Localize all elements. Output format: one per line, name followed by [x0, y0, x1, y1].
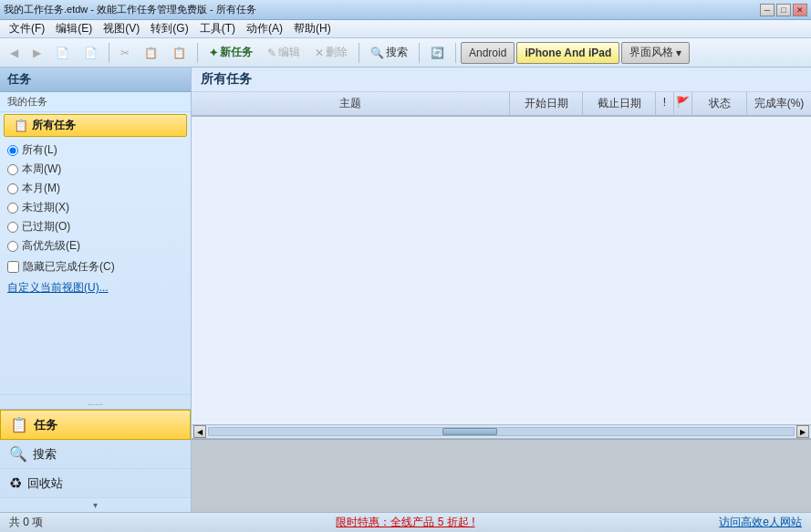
col-flag-header: 🚩	[674, 92, 692, 115]
refresh-button[interactable]: 🔄	[424, 42, 451, 64]
sidebar-radio-week[interactable]: 本周(W)	[7, 162, 183, 177]
forward-button[interactable]: ▶	[26, 42, 47, 64]
style-tab[interactable]: 界面风格 ▾	[621, 42, 690, 64]
radio-all-label: 所有(L)	[22, 142, 57, 158]
radio-notoverdue-input[interactable]	[7, 203, 18, 214]
status-website-link[interactable]: 访问高效e人网站	[604, 515, 802, 530]
sidebar-spacer	[0, 299, 191, 394]
close-button[interactable]: ✕	[793, 4, 807, 16]
delete-label: 删除	[326, 45, 348, 60]
sidebar-radio-all[interactable]: 所有(L)	[7, 142, 183, 158]
toolbar-separator-2	[197, 43, 198, 63]
radio-month-input[interactable]	[7, 183, 18, 194]
toolbar-separator-5	[455, 43, 456, 63]
tasks-nav-icon: 📋	[10, 416, 28, 433]
paste-icon: 📋	[172, 47, 186, 59]
style-label: 界面风格	[629, 45, 673, 60]
radio-overdue-label: 已过期(O)	[22, 219, 70, 235]
radio-week-input[interactable]	[7, 164, 18, 175]
radio-month-label: 本月(M)	[22, 181, 60, 196]
back-icon: ◀	[10, 47, 18, 59]
sidebar-nav-tasks[interactable]: 📋 任务	[0, 410, 191, 440]
iphone-tab[interactable]: iPhone And iPad	[516, 42, 619, 64]
table-header: 主题 开始日期 截止日期 ! 🚩 状态 完成率(%)	[192, 92, 811, 117]
status-promo[interactable]: 限时特惠：全线产品 5 折起 !	[207, 515, 604, 530]
menu-goto[interactable]: 转到(G)	[145, 20, 193, 37]
radio-overdue-input[interactable]	[7, 222, 18, 233]
paste-button[interactable]: 📋	[166, 42, 192, 64]
toolbar-separator-1	[109, 43, 109, 63]
edit-icon: ✎	[267, 47, 276, 59]
all-tasks-icon: 📋	[14, 119, 28, 132]
col-complete-header: 完成率(%)	[747, 92, 811, 115]
search-nav-label: 搜索	[33, 446, 57, 463]
title-bar-text: 我的工作任务.etdw - 效能工作任务管理免费版 - 所有任务	[4, 3, 760, 16]
toolbar-separator-3	[359, 43, 359, 63]
new-task-label: 新任务	[220, 45, 253, 60]
status-promo-link[interactable]: 限时特惠：全线产品 5 折起 !	[336, 516, 474, 528]
cut-button[interactable]: ✂	[114, 42, 136, 64]
status-count: 共 0 项	[9, 515, 207, 530]
menu-actions[interactable]: 动作(A)	[241, 20, 288, 37]
sidebar-radio-not-overdue[interactable]: 未过期(X)	[7, 200, 183, 215]
search-label: 搜索	[386, 45, 408, 60]
radio-highpriority-input[interactable]	[7, 241, 18, 252]
search-button[interactable]: 🔍 搜索	[364, 42, 414, 64]
refresh-icon: 🔄	[431, 47, 444, 59]
edit-button[interactable]: ✎ 编辑	[261, 42, 307, 64]
sidebar-nav-arrow[interactable]: ▾	[0, 498, 191, 512]
sidebar-my-tasks-label: 我的任务	[0, 92, 191, 112]
sidebar-radio-overdue[interactable]: 已过期(O)	[7, 219, 183, 235]
sidebar-radio-high-priority[interactable]: 高优先级(E)	[7, 238, 183, 254]
toolbar-icon-btn1[interactable]: 📄	[49, 42, 76, 64]
toolbar-icon-btn2[interactable]: 📄	[78, 42, 104, 64]
forward-icon: ▶	[33, 47, 41, 59]
sidebar-radio-group: 所有(L) 本周(W) 本月(M) 未过期(X) 已过期(O) 高优先级(E)	[0, 139, 191, 257]
status-bar: 共 0 项 限时特惠：全线产品 5 折起 ! 访问高效e人网站	[0, 512, 811, 532]
content-area: 所有任务 主题 开始日期 截止日期 ! 🚩 状态 完成率(%) ◀ ▶	[192, 68, 811, 512]
sidebar-radio-month[interactable]: 本月(M)	[7, 181, 183, 196]
menu-bar: 文件(F) 编辑(E) 视图(V) 转到(G) 工具(T) 动作(A) 帮助(H…	[0, 20, 811, 38]
delete-button[interactable]: ✕ 删除	[308, 42, 354, 64]
minimize-button[interactable]: ─	[760, 4, 775, 16]
sidebar-hide-completed[interactable]: 隐藏已完成任务(C)	[0, 257, 191, 276]
style-arrow-icon: ▾	[676, 47, 681, 59]
doc-icon: 📄	[56, 47, 69, 59]
h-scroll-thumb[interactable]	[442, 428, 497, 435]
sidebar-all-tasks-item[interactable]: 📋 所有任务	[4, 114, 187, 137]
col-start-header: 开始日期	[510, 92, 583, 115]
toolbar: ◀ ▶ 📄 📄 ✂ 📋 📋 ✦ 新任务 ✎ 编辑 ✕ 删除 🔍 搜索 🔄	[0, 38, 811, 68]
toolbar-separator-4	[419, 43, 420, 63]
back-button[interactable]: ◀	[4, 42, 25, 64]
h-scroll-left-button[interactable]: ◀	[193, 425, 206, 438]
radio-week-label: 本周(W)	[22, 162, 61, 177]
menu-file[interactable]: 文件(F)	[4, 20, 50, 37]
h-scroll-right-button[interactable]: ▶	[796, 425, 809, 438]
menu-edit[interactable]: 编辑(E)	[50, 20, 98, 37]
radio-all-input[interactable]	[7, 145, 18, 156]
h-scroll-track[interactable]	[208, 427, 795, 436]
radio-not-overdue-label: 未过期(X)	[22, 200, 69, 215]
col-status-header: 状态	[692, 92, 747, 115]
search-icon: 🔍	[370, 47, 384, 59]
col-subject-header: 主题	[192, 92, 510, 115]
cut-icon: ✂	[120, 47, 130, 59]
hide-completed-checkbox[interactable]	[7, 261, 19, 273]
restore-button[interactable]: □	[776, 4, 791, 16]
sidebar-nav: 📋 任务 🔍 搜索 ♻ 回收站 ▾	[0, 409, 191, 512]
tasks-nav-label: 任务	[34, 417, 57, 433]
copy-button[interactable]: 📋	[138, 42, 164, 64]
menu-help[interactable]: 帮助(H)	[288, 20, 337, 37]
menu-tools[interactable]: 工具(T)	[194, 20, 241, 37]
new-task-button[interactable]: ✦ 新任务	[203, 42, 259, 64]
sidebar-nav-recycle[interactable]: ♻ 回收站	[0, 469, 191, 498]
edit-label: 编辑	[278, 45, 300, 60]
sidebar-customize-link[interactable]: 自定义当前视图(U)...	[0, 276, 191, 299]
sidebar-nav-search[interactable]: 🔍 搜索	[0, 440, 191, 469]
copy-icon: 📋	[144, 47, 158, 59]
sidebar-dots: ......	[0, 394, 191, 409]
detail-pane	[192, 439, 811, 512]
h-scrollbar[interactable]: ◀ ▶	[192, 424, 811, 439]
android-tab[interactable]: Android	[461, 42, 515, 64]
menu-view[interactable]: 视图(V)	[98, 20, 145, 37]
